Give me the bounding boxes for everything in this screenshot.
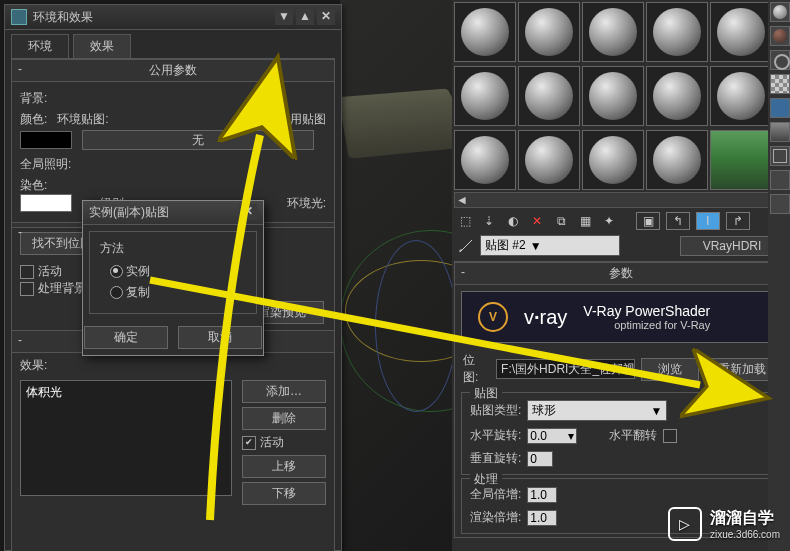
material-h-scrollbar[interactable]: ◄►	[454, 192, 784, 208]
select-by-icon[interactable]	[770, 194, 790, 214]
close-button[interactable]: ✕	[317, 9, 335, 25]
video-color-icon[interactable]	[770, 122, 790, 142]
h-rot-spinner[interactable]: 0.0▾	[527, 428, 577, 444]
label-render-mult: 渲染倍增:	[470, 509, 521, 526]
collapse-icon: -	[18, 62, 22, 76]
label-color: 颜色:	[20, 111, 47, 128]
material-slot[interactable]	[646, 2, 708, 62]
dialog-title: 实例(副本)贴图	[89, 204, 236, 221]
label-tint: 染色:	[20, 177, 72, 194]
radio-copy[interactable]	[110, 286, 123, 299]
get-material-icon[interactable]: ⬚	[456, 212, 474, 230]
tab-effect[interactable]: 效果	[73, 34, 131, 58]
h-flip-checkbox[interactable]	[663, 429, 677, 443]
add-button[interactable]: 添加…	[242, 380, 326, 403]
label-v-rot: 垂直旋转:	[470, 450, 521, 467]
background-color-swatch[interactable]	[20, 131, 72, 149]
material-slot[interactable]	[582, 2, 644, 62]
material-slot[interactable]	[454, 66, 516, 126]
label-background: 背景:	[20, 90, 326, 107]
tex-type-dropdown[interactable]: 球形▼	[527, 400, 667, 421]
material-slot[interactable]	[518, 130, 580, 190]
delete-icon[interactable]: ✕	[528, 212, 546, 230]
material-slot-hdri[interactable]	[710, 130, 772, 190]
label-method: 方法	[100, 240, 246, 257]
moveup-button[interactable]: 上移	[242, 455, 326, 478]
assign-icon[interactable]: ◐	[504, 212, 522, 230]
env-map-slot[interactable]: 无	[82, 130, 314, 150]
vray-logo: V v·ray V-Ray PowerShader optimized for …	[461, 291, 781, 343]
bitmap-path-input[interactable]: F:\国外HDRI大全_佐邦视觉推	[496, 359, 635, 379]
ok-button[interactable]: 确定	[84, 326, 168, 349]
rollout-params[interactable]: -参数	[455, 262, 787, 285]
label-h-rot: 水平旋转:	[470, 427, 521, 444]
list-item[interactable]: 体积光	[26, 384, 226, 401]
material-slot[interactable]	[454, 130, 516, 190]
material-slot[interactable]	[710, 2, 772, 62]
render-mult-spinner[interactable]: 1.0	[527, 510, 557, 526]
window-icon	[11, 9, 27, 25]
instance-dialog: 实例(副本)贴图 ✕ 方法 实例 复制 确定 取消	[82, 200, 264, 356]
material-slot[interactable]	[582, 66, 644, 126]
map-name-dropdown[interactable]: 贴图 #2▼	[480, 235, 620, 256]
label-tex-group: 贴图	[470, 385, 502, 402]
gizmo-circle-blue	[375, 240, 457, 412]
collapse-icon: -	[18, 225, 22, 239]
watermark-icon: ▷	[668, 507, 702, 541]
v-rot-spinner[interactable]: 0	[527, 451, 553, 467]
material-editor: ◄► ⬚ ⇣ ◐ ✕ ⧉ ▦ ✦ ▣ ↰ Ⅰ ↱ 贴图 #2▼ VRayHDRI…	[452, 0, 790, 551]
label-tex-type: 贴图类型:	[470, 402, 521, 419]
atmos-active-checkbox[interactable]	[242, 436, 256, 450]
active-checkbox[interactable]	[20, 265, 34, 279]
go-forward-icon[interactable]: ↱	[726, 212, 750, 230]
radio-instance[interactable]	[110, 265, 123, 278]
dialog-close-button[interactable]: ✕	[239, 204, 257, 220]
eyedropper-icon[interactable]	[458, 238, 474, 254]
tint-swatch[interactable]	[20, 194, 72, 212]
material-side-toolbar	[768, 0, 790, 551]
show-map-icon[interactable]: ▣	[636, 212, 660, 230]
material-slot[interactable]	[646, 66, 708, 126]
label-bitmap: 位图:	[463, 352, 490, 386]
window-title: 环境和效果	[33, 9, 272, 26]
go-sibling-icon[interactable]: Ⅰ	[696, 212, 720, 230]
sample-type-sphere2-icon[interactable]	[770, 26, 790, 46]
material-slot[interactable]	[518, 2, 580, 62]
collapse-icon: -	[18, 333, 22, 347]
cancel-button[interactable]: 取消	[178, 326, 262, 349]
material-slot[interactable]	[646, 130, 708, 190]
label-use-map: 使用贴图	[278, 112, 326, 126]
label-global-mult: 全局倍增:	[470, 486, 521, 503]
maximize-button[interactable]: ▲	[296, 9, 314, 25]
minimize-button[interactable]: ▼	[275, 9, 293, 25]
put-to-library-icon[interactable]: ▦	[576, 212, 594, 230]
put-to-scene-icon[interactable]: ⇣	[480, 212, 498, 230]
atmosphere-list[interactable]: 体积光	[20, 380, 232, 496]
material-slot[interactable]	[454, 2, 516, 62]
material-slot[interactable]	[710, 66, 772, 126]
make-unique-icon[interactable]: ⧉	[552, 212, 570, 230]
sample-uv-icon[interactable]	[770, 98, 790, 118]
label-h-flip: 水平翻转	[609, 427, 657, 444]
sample-type-sphere-icon[interactable]	[770, 2, 790, 22]
background-icon[interactable]	[770, 74, 790, 94]
use-map-checkbox[interactable]	[257, 113, 271, 127]
backlight-icon[interactable]	[770, 50, 790, 70]
rollout-common-params[interactable]: - 公用参数	[12, 59, 334, 82]
delete-button[interactable]: 删除	[242, 407, 326, 430]
make-preview-icon[interactable]	[770, 146, 790, 166]
label-effects: 效果:	[20, 357, 326, 374]
material-slot[interactable]	[582, 130, 644, 190]
browse-button[interactable]: 浏览	[641, 358, 699, 381]
watermark: ▷ 溜溜自学 zixue.3d66.com	[668, 507, 780, 541]
options-icon[interactable]: ✦	[600, 212, 618, 230]
go-parent-icon[interactable]: ↰	[666, 212, 690, 230]
options-side-icon[interactable]	[770, 170, 790, 190]
process-bg-checkbox[interactable]	[20, 282, 34, 296]
tab-environment[interactable]: 环境	[11, 34, 69, 58]
material-slot[interactable]	[518, 66, 580, 126]
movedown-button[interactable]: 下移	[242, 482, 326, 505]
global-mult-spinner[interactable]: 1.0	[527, 487, 557, 503]
label-ambient: 环境光:	[287, 195, 326, 212]
vray-badge-icon: V	[478, 302, 508, 332]
